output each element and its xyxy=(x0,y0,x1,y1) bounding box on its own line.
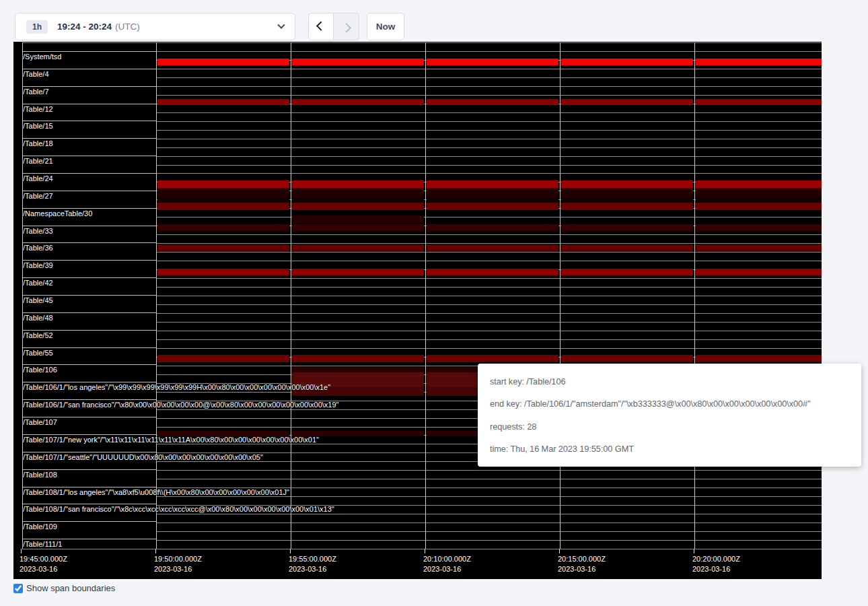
heat-band[interactable] xyxy=(696,355,822,362)
heat-band[interactable] xyxy=(427,269,558,275)
axis-time-label: 19:50:00.000Z xyxy=(154,555,202,564)
axis-date-label: 2023-03-16 xyxy=(289,565,326,574)
heat-band[interactable] xyxy=(292,188,424,196)
heat-band[interactable] xyxy=(561,244,693,251)
heat-band[interactable] xyxy=(427,59,558,65)
heat-band[interactable] xyxy=(157,188,289,196)
heat-band[interactable] xyxy=(292,203,424,210)
heat-band[interactable] xyxy=(561,355,693,362)
heat-band[interactable] xyxy=(561,180,693,188)
heat-band[interactable] xyxy=(561,188,693,196)
heat-band[interactable] xyxy=(292,269,424,275)
show-span-boundaries-checkbox[interactable] xyxy=(13,584,23,593)
heat-band[interactable] xyxy=(561,203,693,210)
grid-line xyxy=(22,364,156,365)
grid-line xyxy=(22,399,156,400)
grid-line xyxy=(22,104,156,104)
span-label: /Table/24 xyxy=(23,174,53,182)
heat-band[interactable] xyxy=(157,224,289,231)
span-label: /Table/107/1/"seattle"/"UUUUUUD\x00\x80\… xyxy=(23,453,263,461)
grid-line xyxy=(22,452,156,452)
heat-band[interactable] xyxy=(696,244,822,251)
keyvis-canvas[interactable]: /System/tsd/Table/4/Table/7/Table/12/Tab… xyxy=(13,42,822,579)
heat-band[interactable] xyxy=(696,188,822,196)
tooltip-time: time: Thu, 16 Mar 2023 19:55:00 GMT xyxy=(490,444,849,454)
heat-band[interactable] xyxy=(427,180,558,188)
heat-band[interactable] xyxy=(561,59,693,65)
now-button[interactable]: Now xyxy=(367,13,404,40)
heat-band[interactable] xyxy=(292,180,424,188)
grid-line xyxy=(156,540,822,541)
grid-line xyxy=(156,296,822,296)
tooltip-start-key: start key: /Table/106 xyxy=(490,376,849,386)
grid-line xyxy=(22,330,156,331)
heat-band[interactable] xyxy=(561,269,693,275)
grid-line xyxy=(291,42,291,549)
span-label: /Table/55 xyxy=(23,349,53,357)
heat-band[interactable] xyxy=(696,224,822,231)
next-range-button[interactable] xyxy=(334,13,359,40)
heat-band[interactable] xyxy=(427,99,558,105)
heat-band[interactable] xyxy=(696,269,822,275)
span-label: /Table/18 xyxy=(23,139,53,147)
show-span-boundaries[interactable]: Show span boundaries xyxy=(13,583,115,593)
heat-band[interactable] xyxy=(696,203,822,210)
heat-band[interactable] xyxy=(427,203,558,210)
heat-band[interactable] xyxy=(157,269,289,275)
heat-band[interactable] xyxy=(292,355,424,362)
grid-line xyxy=(156,514,822,514)
span-tooltip: start key: /Table/106 end key: /Table/10… xyxy=(478,364,861,467)
span-label: /Table/111/1 xyxy=(23,540,62,548)
grid-line xyxy=(156,147,822,148)
heat-band[interactable] xyxy=(157,59,289,65)
grid-line xyxy=(156,523,822,523)
axis-date-label: 2023-03-16 xyxy=(423,565,461,574)
axis-tick xyxy=(155,549,156,553)
grid-line xyxy=(156,348,822,349)
heat-band[interactable] xyxy=(157,196,289,203)
span-label: /Table/106/1/"san francisco"/"\x80\x00\x… xyxy=(23,401,339,409)
heat-band[interactable] xyxy=(292,59,424,65)
heat-band[interactable] xyxy=(292,215,424,223)
heat-band[interactable] xyxy=(696,99,822,105)
grid-line xyxy=(22,521,156,522)
grid-line xyxy=(22,191,156,191)
heat-band[interactable] xyxy=(696,180,822,188)
heat-band[interactable] xyxy=(157,99,289,105)
span-label: /Table/27 xyxy=(23,192,53,200)
heat-band[interactable] xyxy=(561,99,693,105)
heat-band[interactable] xyxy=(696,59,822,65)
heat-band[interactable] xyxy=(427,188,558,196)
grid-line xyxy=(156,479,822,479)
span-label: /Table/107 xyxy=(23,418,57,426)
time-range-selector[interactable]: 1h 19:24 - 20:24 (UTC) xyxy=(15,13,295,40)
heat-band[interactable] xyxy=(292,99,424,105)
heat-band[interactable] xyxy=(561,224,693,231)
heat-band[interactable] xyxy=(427,355,558,362)
axis-date-label: 2023-03-16 xyxy=(558,565,595,574)
heat-band[interactable] xyxy=(157,244,289,251)
axis-time-label: 19:55:00.000Z xyxy=(289,555,336,564)
span-label: /Table/45 xyxy=(23,296,53,304)
heat-band[interactable] xyxy=(427,196,558,203)
heat-band[interactable] xyxy=(292,244,424,251)
heat-band[interactable] xyxy=(696,196,822,203)
axis-tick xyxy=(290,549,291,553)
heat-band[interactable] xyxy=(427,244,558,251)
heat-band[interactable] xyxy=(157,355,289,362)
axis-date-label: 2023-03-16 xyxy=(20,565,57,574)
prev-range-button[interactable] xyxy=(308,13,334,40)
grid-line xyxy=(156,156,822,157)
heat-band[interactable] xyxy=(292,224,424,231)
grid-line xyxy=(22,277,156,278)
heat-band[interactable] xyxy=(427,224,558,231)
heat-band[interactable] xyxy=(157,180,289,188)
heat-band[interactable] xyxy=(292,196,424,203)
grid-line xyxy=(156,287,822,288)
range-nav-group xyxy=(308,13,359,40)
heat-band[interactable] xyxy=(561,196,693,203)
grid-line xyxy=(22,260,156,261)
heat-band[interactable] xyxy=(157,203,289,210)
heat-band[interactable] xyxy=(292,367,424,372)
grid-line xyxy=(156,51,822,52)
